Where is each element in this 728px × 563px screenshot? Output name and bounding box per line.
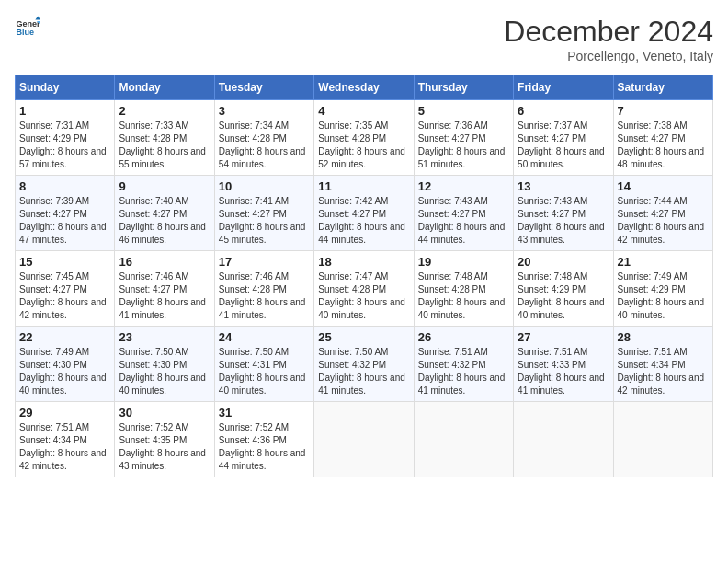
day-info: Sunrise: 7:39 AM Sunset: 4:27 PM Dayligh… — [19, 195, 110, 247]
day-number: 18 — [318, 255, 409, 269]
calendar-cell: 11Sunrise: 7:42 AM Sunset: 4:27 PM Dayli… — [314, 176, 414, 251]
calendar-header-row: SundayMondayTuesdayWednesdayThursdayFrid… — [16, 75, 713, 100]
calendar-table: SundayMondayTuesdayWednesdayThursdayFrid… — [15, 75, 713, 477]
calendar-cell: 14Sunrise: 7:44 AM Sunset: 4:27 PM Dayli… — [613, 176, 712, 251]
calendar-title: December 2024 — [504, 15, 713, 49]
day-number: 10 — [219, 179, 310, 193]
day-info: Sunrise: 7:50 AM Sunset: 4:31 PM Dayligh… — [219, 346, 310, 397]
day-number: 27 — [518, 330, 609, 344]
day-info: Sunrise: 7:51 AM Sunset: 4:33 PM Dayligh… — [518, 346, 609, 397]
calendar-cell — [414, 402, 513, 477]
day-info: Sunrise: 7:49 AM Sunset: 4:29 PM Dayligh… — [618, 270, 709, 322]
calendar-cell: 4Sunrise: 7:35 AM Sunset: 4:28 PM Daylig… — [314, 100, 414, 176]
calendar-cell: 16Sunrise: 7:46 AM Sunset: 4:27 PM Dayli… — [115, 251, 214, 327]
calendar-cell: 27Sunrise: 7:51 AM Sunset: 4:33 PM Dayli… — [514, 327, 613, 402]
day-info: Sunrise: 7:52 AM Sunset: 4:36 PM Dayligh… — [219, 421, 310, 473]
title-area: December 2024 Porcellengo, Veneto, Italy — [504, 15, 713, 63]
day-info: Sunrise: 7:46 AM Sunset: 4:28 PM Dayligh… — [219, 270, 310, 322]
calendar-body: 1Sunrise: 7:31 AM Sunset: 4:29 PM Daylig… — [16, 100, 713, 477]
day-number: 7 — [618, 104, 709, 118]
calendar-cell: 17Sunrise: 7:46 AM Sunset: 4:28 PM Dayli… — [214, 251, 313, 327]
day-number: 26 — [418, 330, 509, 344]
day-number: 12 — [418, 179, 509, 193]
calendar-cell: 29Sunrise: 7:51 AM Sunset: 4:34 PM Dayli… — [16, 402, 115, 477]
calendar-week-3: 15Sunrise: 7:45 AM Sunset: 4:27 PM Dayli… — [16, 251, 713, 327]
day-number: 15 — [19, 255, 110, 269]
calendar-cell: 12Sunrise: 7:43 AM Sunset: 4:27 PM Dayli… — [414, 176, 513, 251]
day-number: 29 — [19, 406, 110, 419]
calendar-week-2: 8Sunrise: 7:39 AM Sunset: 4:27 PM Daylig… — [16, 176, 713, 251]
day-number: 28 — [618, 330, 709, 344]
day-info: Sunrise: 7:35 AM Sunset: 4:28 PM Dayligh… — [318, 120, 409, 171]
day-number: 31 — [219, 406, 310, 419]
calendar-cell: 3Sunrise: 7:34 AM Sunset: 4:28 PM Daylig… — [214, 100, 313, 176]
calendar-cell: 1Sunrise: 7:31 AM Sunset: 4:29 PM Daylig… — [16, 100, 115, 176]
day-info: Sunrise: 7:50 AM Sunset: 4:30 PM Dayligh… — [119, 346, 210, 397]
day-number: 14 — [618, 179, 709, 193]
day-info: Sunrise: 7:48 AM Sunset: 4:29 PM Dayligh… — [518, 270, 609, 322]
day-number: 8 — [19, 179, 110, 193]
day-number: 30 — [119, 406, 210, 419]
day-number: 2 — [119, 104, 210, 118]
day-number: 24 — [219, 330, 310, 344]
calendar-cell: 21Sunrise: 7:49 AM Sunset: 4:29 PM Dayli… — [613, 251, 712, 327]
day-number: 5 — [418, 104, 509, 118]
day-number: 4 — [318, 104, 409, 118]
calendar-cell — [613, 402, 712, 477]
day-header-monday: Monday — [115, 75, 214, 100]
calendar-cell: 10Sunrise: 7:41 AM Sunset: 4:27 PM Dayli… — [214, 176, 313, 251]
day-info: Sunrise: 7:43 AM Sunset: 4:27 PM Dayligh… — [418, 195, 509, 247]
calendar-cell: 13Sunrise: 7:43 AM Sunset: 4:27 PM Dayli… — [514, 176, 613, 251]
day-info: Sunrise: 7:41 AM Sunset: 4:27 PM Dayligh… — [219, 195, 310, 247]
day-header-thursday: Thursday — [414, 75, 513, 100]
calendar-cell: 22Sunrise: 7:49 AM Sunset: 4:30 PM Dayli… — [16, 327, 115, 402]
day-info: Sunrise: 7:40 AM Sunset: 4:27 PM Dayligh… — [119, 195, 210, 247]
day-info: Sunrise: 7:36 AM Sunset: 4:27 PM Dayligh… — [418, 120, 509, 171]
calendar-subtitle: Porcellengo, Veneto, Italy — [504, 49, 713, 63]
day-info: Sunrise: 7:48 AM Sunset: 4:28 PM Dayligh… — [418, 270, 509, 322]
calendar-cell: 26Sunrise: 7:51 AM Sunset: 4:32 PM Dayli… — [414, 327, 513, 402]
calendar-week-5: 29Sunrise: 7:51 AM Sunset: 4:34 PM Dayli… — [16, 402, 713, 477]
day-number: 3 — [219, 104, 310, 118]
day-info: Sunrise: 7:33 AM Sunset: 4:28 PM Dayligh… — [119, 120, 210, 171]
day-number: 9 — [119, 179, 210, 193]
calendar-cell — [314, 402, 414, 477]
day-info: Sunrise: 7:37 AM Sunset: 4:27 PM Dayligh… — [518, 120, 609, 171]
calendar-cell: 7Sunrise: 7:38 AM Sunset: 4:27 PM Daylig… — [613, 100, 712, 176]
calendar-cell: 31Sunrise: 7:52 AM Sunset: 4:36 PM Dayli… — [214, 402, 313, 477]
day-number: 13 — [518, 179, 609, 193]
day-info: Sunrise: 7:34 AM Sunset: 4:28 PM Dayligh… — [219, 120, 310, 171]
day-number: 25 — [318, 330, 409, 344]
calendar-cell: 24Sunrise: 7:50 AM Sunset: 4:31 PM Dayli… — [214, 327, 313, 402]
day-header-saturday: Saturday — [613, 75, 712, 100]
header: General Blue December 2024 Porcellengo, … — [15, 15, 713, 63]
calendar-cell: 20Sunrise: 7:48 AM Sunset: 4:29 PM Dayli… — [514, 251, 613, 327]
calendar-week-1: 1Sunrise: 7:31 AM Sunset: 4:29 PM Daylig… — [16, 100, 713, 176]
day-number: 1 — [19, 104, 110, 118]
day-number: 23 — [119, 330, 210, 344]
day-number: 22 — [19, 330, 110, 344]
day-info: Sunrise: 7:47 AM Sunset: 4:28 PM Dayligh… — [318, 270, 409, 322]
day-number: 11 — [318, 179, 409, 193]
calendar-cell — [514, 402, 613, 477]
day-info: Sunrise: 7:51 AM Sunset: 4:34 PM Dayligh… — [19, 421, 110, 473]
day-info: Sunrise: 7:31 AM Sunset: 4:29 PM Dayligh… — [19, 120, 110, 171]
day-number: 16 — [119, 255, 210, 269]
day-info: Sunrise: 7:49 AM Sunset: 4:30 PM Dayligh… — [19, 346, 110, 397]
calendar-cell: 6Sunrise: 7:37 AM Sunset: 4:27 PM Daylig… — [514, 100, 613, 176]
calendar-week-4: 22Sunrise: 7:49 AM Sunset: 4:30 PM Dayli… — [16, 327, 713, 402]
calendar-cell: 5Sunrise: 7:36 AM Sunset: 4:27 PM Daylig… — [414, 100, 513, 176]
day-info: Sunrise: 7:46 AM Sunset: 4:27 PM Dayligh… — [119, 270, 210, 322]
day-number: 21 — [618, 255, 709, 269]
calendar-cell: 30Sunrise: 7:52 AM Sunset: 4:35 PM Dayli… — [115, 402, 214, 477]
day-info: Sunrise: 7:51 AM Sunset: 4:32 PM Dayligh… — [418, 346, 509, 397]
day-info: Sunrise: 7:42 AM Sunset: 4:27 PM Dayligh… — [318, 195, 409, 247]
day-info: Sunrise: 7:44 AM Sunset: 4:27 PM Dayligh… — [618, 195, 709, 247]
calendar-cell: 2Sunrise: 7:33 AM Sunset: 4:28 PM Daylig… — [115, 100, 214, 176]
calendar-cell: 28Sunrise: 7:51 AM Sunset: 4:34 PM Dayli… — [613, 327, 712, 402]
logo-icon: General Blue — [15, 15, 40, 40]
calendar-cell: 15Sunrise: 7:45 AM Sunset: 4:27 PM Dayli… — [16, 251, 115, 327]
calendar-cell: 19Sunrise: 7:48 AM Sunset: 4:28 PM Dayli… — [414, 251, 513, 327]
day-info: Sunrise: 7:43 AM Sunset: 4:27 PM Dayligh… — [518, 195, 609, 247]
day-number: 6 — [518, 104, 609, 118]
